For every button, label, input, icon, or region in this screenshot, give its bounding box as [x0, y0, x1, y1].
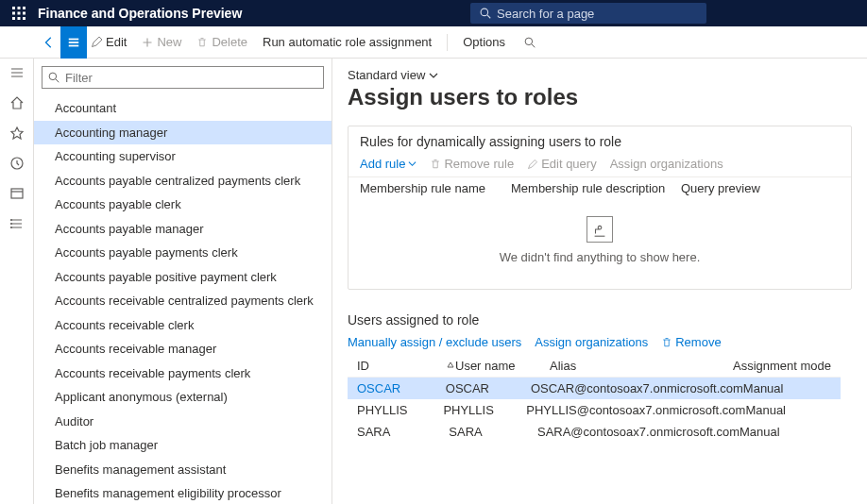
- svg-rect-17: [11, 189, 23, 198]
- role-item[interactable]: Accounts payable centralized payments cl…: [34, 169, 332, 193]
- search-icon: [48, 72, 60, 83]
- svg-line-22: [56, 79, 59, 82]
- rules-grid-header: Membership rule name Membership rule des…: [348, 177, 851, 199]
- user-row[interactable]: PHYLLISPHYLLISPHYLLIS@contosoax7.onmicro…: [348, 399, 841, 421]
- role-item[interactable]: Accounts receivable payments clerk: [34, 361, 332, 386]
- user-row[interactable]: OSCAROSCAROSCAR@contosoax7.onmicrosoft.c…: [348, 378, 841, 399]
- cell-mode: Manual: [743, 381, 837, 395]
- trash-icon: [661, 337, 672, 348]
- hamburger-icon[interactable]: [8, 64, 26, 81]
- role-item[interactable]: Accounts receivable clerk: [34, 313, 332, 338]
- page-search[interactable]: Search for a page: [470, 3, 706, 24]
- rules-empty-state: We didn't find anything to show here.: [348, 199, 851, 289]
- cell-mode: Manual: [745, 403, 837, 417]
- role-item[interactable]: Applicant anonymous (external): [34, 385, 332, 410]
- col-rule-name[interactable]: Membership rule name: [360, 181, 511, 195]
- filter-box[interactable]: [42, 66, 324, 89]
- rules-section: Rules for dynamically assigning users to…: [348, 126, 852, 290]
- svg-rect-4: [18, 12, 21, 15]
- role-item[interactable]: Benefits management assistant: [34, 458, 332, 482]
- favorites-icon[interactable]: [8, 125, 26, 142]
- empty-icon: [586, 216, 613, 243]
- col-query-preview[interactable]: Query preview: [681, 181, 840, 195]
- svg-rect-7: [18, 17, 21, 20]
- edit-mode-toggle[interactable]: [60, 26, 87, 59]
- role-item[interactable]: Accountant: [34, 96, 332, 121]
- view-selector[interactable]: Standard view: [348, 68, 852, 82]
- role-item[interactable]: Accounts receivable centralized payments…: [34, 289, 332, 313]
- svg-point-9: [481, 8, 488, 16]
- role-item[interactable]: Accounting manager: [34, 121, 332, 145]
- command-search-button[interactable]: [524, 37, 536, 48]
- trash-icon: [196, 37, 208, 48]
- page-search-placeholder: Search for a page: [497, 7, 594, 21]
- svg-line-15: [532, 43, 535, 46]
- svg-point-18: [10, 220, 11, 221]
- edit-query-button[interactable]: Edit query: [527, 157, 597, 171]
- role-item[interactable]: Accounts payable payments clerk: [34, 241, 332, 265]
- detail-pane: Standard view Assign users to roles Rule…: [332, 59, 867, 504]
- remove-rule-button[interactable]: Remove rule: [430, 157, 514, 171]
- role-item[interactable]: Accounts payable clerk: [34, 193, 332, 217]
- remove-user-button[interactable]: Remove: [661, 335, 721, 349]
- users-grid-header: ID User name Alias Assignment mode: [348, 355, 841, 378]
- delete-button[interactable]: Delete: [196, 35, 247, 49]
- manual-assign-button[interactable]: Manually assign / exclude users: [348, 335, 521, 349]
- cell-id[interactable]: PHYLLIS: [351, 403, 443, 417]
- cell-mode: Manual: [740, 425, 837, 439]
- cell-alias: OSCAR@contosoax7.onmicrosoft.com: [531, 381, 743, 395]
- assign-orgs-users-button[interactable]: Assign organizations: [535, 335, 648, 349]
- command-bar: Edit New Delete Run automatic role assig…: [0, 26, 867, 59]
- home-icon[interactable]: [8, 94, 26, 111]
- cell-alias: PHYLLIS@contosoax7.onmicrosoft.com: [526, 403, 745, 417]
- chevron-down-icon: [429, 71, 438, 80]
- assign-orgs-button[interactable]: Assign organizations: [610, 157, 723, 171]
- svg-rect-12: [69, 42, 79, 43]
- role-item[interactable]: Benefits management eligibility processo…: [34, 481, 332, 504]
- new-button[interactable]: New: [142, 35, 181, 49]
- empty-text: We didn't find anything to show here.: [348, 250, 851, 264]
- svg-point-20: [10, 227, 11, 228]
- role-item[interactable]: Auditor: [34, 410, 332, 434]
- options-button[interactable]: Options: [463, 35, 505, 49]
- role-item[interactable]: Batch job manager: [34, 433, 332, 458]
- page-title: Assign users to roles: [348, 84, 852, 110]
- add-rule-button[interactable]: Add rule: [360, 157, 416, 171]
- role-item[interactable]: Accounts payable manager: [34, 217, 332, 242]
- role-list-pane: AccountantAccounting managerAccounting s…: [34, 59, 332, 504]
- role-item[interactable]: Accounting supervisor: [34, 144, 332, 169]
- cell-id[interactable]: OSCAR: [351, 381, 446, 395]
- recent-icon[interactable]: [8, 155, 26, 172]
- cell-id[interactable]: SARA: [351, 425, 449, 439]
- role-item[interactable]: Accounts receivable manager: [34, 337, 332, 361]
- trash-icon: [430, 159, 441, 170]
- user-row[interactable]: SARASARASARA@contosoax7.onmicrosoft.comM…: [348, 421, 841, 443]
- svg-point-19: [10, 224, 11, 225]
- pencil-icon: [527, 159, 538, 170]
- svg-rect-2: [23, 7, 26, 9]
- filter-input[interactable]: [65, 71, 317, 85]
- app-launcher-icon[interactable]: [0, 7, 38, 20]
- rules-toolbar: Add rule Remove rule Edit query Assign o…: [348, 153, 851, 177]
- svg-rect-5: [23, 12, 26, 15]
- edit-button[interactable]: Edit: [91, 35, 127, 49]
- col-mode[interactable]: Assignment mode: [733, 359, 837, 373]
- cell-user: SARA: [449, 425, 537, 439]
- col-rule-desc[interactable]: Membership rule description: [511, 181, 681, 195]
- auto-role-button[interactable]: Run automatic role assignment: [263, 35, 432, 49]
- users-section: Users assigned to role Manually assign /…: [348, 305, 852, 450]
- workspaces-icon[interactable]: [8, 185, 26, 202]
- users-toolbar: Manually assign / exclude users Assign o…: [348, 331, 852, 355]
- svg-point-14: [525, 38, 533, 45]
- back-button[interactable]: [36, 26, 62, 59]
- role-item[interactable]: Accounts payable positive payment clerk: [34, 265, 332, 290]
- svg-rect-0: [12, 7, 15, 9]
- svg-rect-13: [69, 44, 79, 46]
- modules-icon[interactable]: [8, 215, 26, 232]
- role-list[interactable]: AccountantAccounting managerAccounting s…: [34, 96, 332, 504]
- col-user-name[interactable]: User name: [455, 359, 550, 373]
- cell-user: PHYLLIS: [443, 403, 526, 417]
- svg-line-10: [487, 15, 490, 18]
- col-alias[interactable]: Alias: [550, 359, 733, 373]
- col-id[interactable]: ID: [351, 359, 455, 373]
